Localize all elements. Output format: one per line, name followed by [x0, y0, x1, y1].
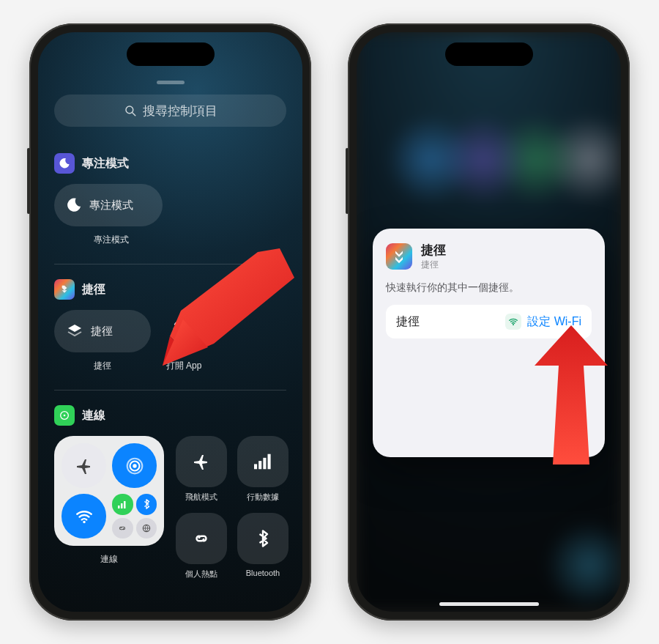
link-icon — [192, 529, 211, 548]
popup-description: 快速執行你的其中一個捷徑。 — [386, 281, 592, 295]
search-input[interactable]: 搜尋控制項目 — [54, 95, 286, 127]
svg-rect-8 — [118, 506, 120, 508]
bluetooth-icon — [142, 499, 151, 509]
control-center: 搜尋控制項目 專注模式 專注模式 專注模式 — [38, 32, 302, 612]
open-app-tile[interactable] — [163, 310, 205, 352]
airplane-icon — [75, 457, 93, 475]
section-focus: 專注模式 專注模式 專注模式 — [54, 153, 286, 264]
popup-header: 捷徑 捷徑 — [386, 242, 592, 271]
hotspot-mini[interactable] — [112, 518, 133, 539]
shortcuts-section-icon — [54, 279, 75, 300]
connect-section-icon — [54, 405, 75, 426]
wifi-icon — [75, 507, 94, 526]
popup-title: 捷徑 — [421, 242, 446, 259]
phone-left: 搜尋控制項目 專注模式 專注模式 專注模式 — [29, 23, 311, 621]
home-indicator[interactable] — [439, 602, 539, 606]
section-shortcuts: 捷徑 捷徑 捷徑 — [54, 279, 286, 391]
shortcuts-tile[interactable]: 捷徑 — [54, 310, 151, 352]
shortcuts-tile-label: 捷徑 — [91, 325, 113, 338]
sheet-grabber[interactable] — [157, 81, 185, 84]
divider — [54, 390, 286, 391]
extra-mini[interactable] — [136, 518, 157, 539]
svg-rect-9 — [121, 503, 123, 508]
focus-tile-wrap: 專注模式 專注模式 — [54, 184, 286, 246]
airplane-icon — [193, 453, 210, 470]
focus-section-icon — [54, 153, 75, 174]
shortcuts-row: 捷徑 捷徑 打開 App — [54, 310, 286, 372]
section-header-connect: 連線 — [54, 405, 286, 426]
screen-left: 搜尋控制項目 專注模式 專注模式 專注模式 — [38, 32, 302, 612]
hotspot-caption: 個人熱點 — [185, 569, 217, 580]
bluetooth-icon — [256, 530, 269, 547]
airplane-caption: 飛航模式 — [185, 492, 217, 503]
globe-icon — [141, 523, 152, 533]
svg-point-3 — [64, 415, 66, 417]
svg-rect-10 — [124, 501, 126, 508]
section-header-focus: 專注模式 — [54, 153, 286, 174]
airdrop-icon — [125, 456, 144, 475]
svg-rect-14 — [263, 458, 266, 469]
popup-subtitle: 捷徑 — [421, 259, 446, 271]
svg-rect-13 — [258, 461, 261, 469]
svg-point-0 — [126, 106, 133, 114]
sub-cluster — [112, 494, 157, 538]
wifi-badge-icon — [505, 314, 521, 330]
shortcuts-caption: 捷徑 — [94, 360, 111, 372]
open-app-caption: 打開 App — [166, 360, 202, 372]
link-icon — [117, 523, 127, 533]
bluetooth-caption: Bluetooth — [246, 569, 280, 577]
action-value: 設定 Wi-Fi — [527, 314, 581, 330]
connectivity-cluster[interactable] — [54, 436, 164, 546]
dynamic-island — [445, 42, 533, 66]
svg-point-19 — [513, 324, 514, 325]
moon-icon — [66, 197, 82, 213]
stack-icon — [66, 322, 83, 340]
bluetooth-tile[interactable] — [237, 513, 288, 564]
airdrop-toggle[interactable] — [112, 443, 157, 488]
focus-tile-label: 專注模式 — [89, 199, 133, 212]
focus-tile[interactable]: 專注模式 — [54, 184, 163, 226]
hotspot-tile[interactable] — [176, 513, 227, 564]
shortcuts-app-icon — [386, 243, 412, 270]
divider — [54, 264, 286, 264]
connect-row: 連線 飛航模式 — [54, 436, 286, 580]
svg-rect-15 — [268, 454, 271, 470]
svg-rect-2 — [174, 322, 193, 341]
connect-caption: 連線 — [100, 553, 118, 566]
section-header-shortcuts: 捷徑 — [54, 279, 286, 300]
screen-right: 捷徑 捷徑 快速執行你的其中一個捷徑。 捷徑 設定 Wi-Fi — [357, 32, 621, 612]
dynamic-island — [127, 42, 215, 66]
section-title-shortcuts: 捷徑 — [82, 282, 105, 297]
shortcut-config-popup: 捷徑 捷徑 快速執行你的其中一個捷徑。 捷徑 設定 Wi-Fi — [373, 229, 605, 457]
focus-caption: 專注模式 — [94, 234, 286, 246]
section-connect: 連線 — [54, 405, 286, 580]
search-icon — [124, 104, 137, 117]
wifi-toggle[interactable] — [62, 494, 106, 538]
svg-rect-12 — [254, 464, 257, 469]
svg-point-4 — [133, 464, 136, 467]
bluetooth-mini[interactable] — [136, 494, 157, 515]
cellular-caption: 行動數據 — [247, 492, 279, 503]
cellular-bars-icon — [254, 453, 272, 470]
cellular-mini[interactable] — [112, 494, 133, 515]
section-title-connect: 連線 — [82, 408, 105, 423]
open-app-icon — [171, 319, 196, 344]
cellular-tile[interactable] — [237, 436, 288, 487]
action-value-wrap: 設定 Wi-Fi — [505, 314, 581, 330]
airplane-toggle[interactable] — [62, 443, 106, 488]
cellular-bars-icon — [117, 499, 127, 509]
phone-right: 捷徑 捷徑 快速執行你的其中一個捷徑。 捷徑 設定 Wi-Fi — [348, 23, 630, 621]
section-title-focus: 專注模式 — [82, 156, 129, 171]
svg-point-7 — [83, 520, 85, 522]
airplane-tile[interactable] — [176, 436, 227, 487]
shortcut-picker-row[interactable]: 捷徑 設定 Wi-Fi — [386, 305, 592, 338]
search-placeholder: 搜尋控制項目 — [143, 103, 217, 119]
action-label: 捷徑 — [396, 314, 420, 330]
svg-line-1 — [133, 113, 135, 116]
